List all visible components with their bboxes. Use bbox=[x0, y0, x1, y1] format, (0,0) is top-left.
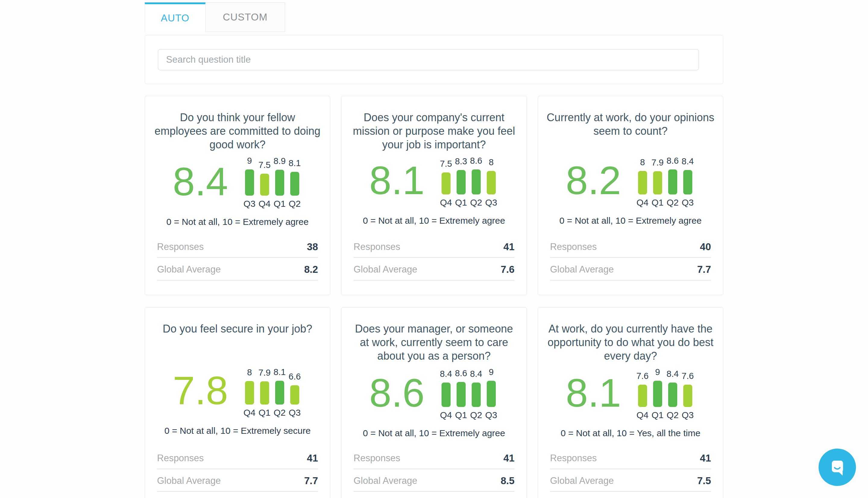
card-score: 7.8 bbox=[173, 376, 228, 406]
bar-quarter-label: Q4 bbox=[440, 410, 452, 420]
global-average-label: Global Average bbox=[353, 475, 417, 486]
tab-auto[interactable]: AUTO bbox=[145, 2, 205, 32]
global-average-value: 7.7 bbox=[697, 264, 711, 275]
bar-quarter-label: Q1 bbox=[258, 408, 271, 418]
bar-column: 8.6 Q1 bbox=[454, 368, 469, 420]
bar bbox=[245, 381, 254, 405]
responses-value: 38 bbox=[307, 241, 318, 253]
bar-quarter-label: Q4 bbox=[637, 410, 649, 420]
bar-column: 7.6 Q3 bbox=[680, 371, 695, 420]
bar-value-label: 8.4 bbox=[440, 369, 452, 379]
bar bbox=[668, 382, 677, 407]
global-average-value: 8.2 bbox=[304, 264, 318, 275]
bar-column: 8.1 Q2 bbox=[272, 367, 287, 418]
card-score: 8.6 bbox=[369, 378, 425, 408]
scale-note: 0 = Not at all, 10 = Extremely agree bbox=[353, 428, 515, 438]
bar bbox=[668, 169, 677, 194]
bar-value-label: 9 bbox=[247, 156, 252, 166]
responses-label: Responses bbox=[157, 453, 204, 464]
responses-label: Responses bbox=[550, 241, 597, 252]
global-average-label: Global Average bbox=[157, 264, 221, 275]
global-average-value: 7.7 bbox=[304, 475, 318, 487]
bar bbox=[290, 172, 299, 196]
bar-quarter-label: Q2 bbox=[667, 197, 679, 208]
score-row: 7.8 8 Q4 7.9 Q1 8.1 Q2 6.6 bbox=[157, 367, 318, 418]
tab-custom-label: CUSTOM bbox=[223, 11, 267, 23]
bar-quarter-label: Q4 bbox=[440, 197, 452, 208]
global-average-row: Global Average 7.7 bbox=[550, 260, 711, 280]
bar-value-label: 8.1 bbox=[273, 367, 286, 377]
global-average-row: Global Average 8.2 bbox=[157, 260, 318, 280]
bar-column: 7.9 Q1 bbox=[650, 158, 665, 208]
tab-custom[interactable]: CUSTOM bbox=[205, 2, 285, 32]
bar bbox=[457, 170, 466, 194]
bar-value-label: 6.6 bbox=[289, 372, 301, 382]
bar-value-label: 7.5 bbox=[440, 159, 452, 169]
bar-value-label: 8 bbox=[247, 367, 252, 377]
bar-value-label: 9 bbox=[489, 367, 494, 377]
score-row: 8.1 7.6 Q4 9 Q1 8.4 Q2 7.6 bbox=[550, 367, 711, 420]
bar-column: 9 Q3 bbox=[484, 367, 499, 420]
bar-value-label: 7.6 bbox=[637, 371, 649, 381]
bar bbox=[653, 381, 662, 407]
bar-value-label: 8.6 bbox=[667, 156, 679, 166]
bar-chart: 8 Q4 7.9 Q1 8.1 Q2 6.6 Q3 bbox=[242, 367, 302, 418]
global-average-row: Global Average 7.7 bbox=[157, 471, 318, 492]
bar-column: 8.4 Q3 bbox=[680, 156, 695, 208]
card-score: 8.1 bbox=[566, 378, 621, 408]
bar-value-label: 8.6 bbox=[455, 368, 467, 378]
bar bbox=[290, 385, 299, 405]
bar-column: 7.5 Q4 bbox=[439, 159, 454, 208]
bar-column: 8.3 Q1 bbox=[454, 156, 469, 208]
bar-value-label: 8.3 bbox=[455, 156, 467, 167]
global-average-value: 7.5 bbox=[697, 475, 711, 487]
chat-launcher-button[interactable] bbox=[818, 448, 856, 486]
bar bbox=[442, 172, 451, 194]
bar bbox=[275, 381, 284, 405]
scale-note: 0 = Not at all, 10 = Extremely agree bbox=[550, 215, 711, 226]
bar bbox=[683, 170, 692, 194]
chat-bubble-icon bbox=[827, 457, 847, 477]
bar-column: 8.6 Q2 bbox=[665, 156, 680, 208]
global-average-label: Global Average bbox=[157, 475, 221, 486]
bar-column: 8 Q4 bbox=[635, 157, 650, 208]
bar-quarter-label: Q4 bbox=[637, 197, 649, 208]
responses-label: Responses bbox=[353, 241, 400, 252]
responses-label: Responses bbox=[353, 453, 400, 464]
question-title: Do you feel secure in your job? bbox=[153, 322, 322, 363]
bar bbox=[638, 171, 647, 194]
question-title: Do you think your fellow employees are c… bbox=[153, 110, 322, 152]
bar bbox=[260, 381, 269, 405]
bar-quarter-label: Q1 bbox=[455, 197, 467, 208]
responses-value: 41 bbox=[307, 453, 318, 464]
bar bbox=[457, 382, 466, 407]
card-stats: Responses 41 Global Average 7.5 bbox=[550, 448, 711, 492]
global-average-row: Global Average 7.6 bbox=[353, 260, 515, 280]
responses-row: Responses 41 bbox=[353, 448, 515, 469]
bar-value-label: 8.4 bbox=[470, 369, 482, 379]
question-card[interactable]: Does your company's current mission or p… bbox=[341, 96, 527, 295]
question-title: Does your manager, or someone at work, c… bbox=[349, 322, 519, 363]
bar-column: 8.1 Q2 bbox=[287, 158, 302, 209]
question-card[interactable]: Currently at work, do your opinions seem… bbox=[538, 96, 723, 295]
question-card[interactable]: Do you feel secure in your job? 7.8 8 Q4… bbox=[145, 307, 330, 498]
question-title: Does your company's current mission or p… bbox=[349, 110, 519, 152]
bar-value-label: 7.9 bbox=[258, 368, 271, 378]
bar-value-label: 8 bbox=[489, 157, 494, 167]
bar-value-label: 7.9 bbox=[652, 158, 664, 168]
question-card[interactable]: At work, do you currently have the oppor… bbox=[538, 307, 723, 498]
bar-quarter-label: Q3 bbox=[243, 199, 256, 209]
question-card[interactable]: Do you think your fellow employees are c… bbox=[145, 96, 330, 295]
bar bbox=[260, 174, 269, 196]
global-average-value: 8.5 bbox=[500, 475, 515, 487]
responses-value: 41 bbox=[503, 453, 515, 464]
bar bbox=[487, 381, 496, 407]
search-input[interactable] bbox=[158, 49, 699, 70]
bar-value-label: 9 bbox=[655, 367, 660, 377]
bar-quarter-label: Q3 bbox=[485, 197, 497, 208]
bar-column: 8.6 Q2 bbox=[469, 156, 484, 208]
tab-auto-label: AUTO bbox=[161, 12, 189, 24]
question-title: At work, do you currently have the oppor… bbox=[546, 322, 715, 363]
question-card[interactable]: Does your manager, or someone at work, c… bbox=[341, 307, 527, 498]
bar bbox=[275, 170, 284, 196]
